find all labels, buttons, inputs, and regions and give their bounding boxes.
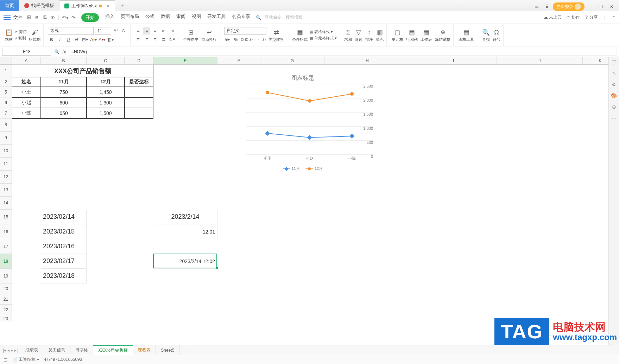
conditional-format-button[interactable]: ▦条件格式 (291, 28, 308, 42)
row-header-2[interactable]: 2 (0, 77, 12, 87)
add-sheet-button[interactable]: ＋ (179, 347, 191, 353)
sum-button[interactable]: Σ求和 (343, 28, 353, 42)
cloud-button[interactable]: ☁ 未上云 (544, 14, 562, 20)
login-button[interactable]: 立即登录 (553, 2, 585, 11)
redo-icon[interactable]: ↷ (71, 15, 76, 20)
row-header-7[interactable]: 7 (0, 108, 12, 119)
number-format-select[interactable]: 自定义 (224, 27, 266, 35)
row-header-14[interactable]: 14 (0, 197, 12, 210)
row-header-17[interactable]: 17 (0, 239, 12, 254)
col-header-A[interactable]: A (12, 57, 41, 64)
side-select-icon[interactable]: ⬚ (612, 59, 616, 65)
cell-C6[interactable]: 1,300 (87, 97, 125, 108)
cell-B5[interactable]: 750 (41, 87, 87, 97)
underline-icon[interactable]: U (65, 36, 72, 43)
row-header-20[interactable]: 20 (0, 283, 12, 294)
paste-button[interactable]: 📋粘贴 (4, 28, 13, 42)
col-header-E[interactable]: E (153, 57, 217, 64)
row-header-18[interactable]: 18 (0, 254, 12, 269)
font-color-icon[interactable]: A▾ (99, 36, 106, 43)
cell-B2[interactable]: 11月 (41, 77, 87, 87)
row-header-12[interactable]: 12 (0, 171, 12, 184)
font-grow-icon[interactable]: A⁺ (113, 27, 120, 34)
tab-start[interactable]: 开始 (81, 13, 99, 22)
row-header-15[interactable]: 15 (0, 210, 12, 224)
sheet-tab-1[interactable]: 员工信息 (43, 345, 70, 355)
cell-A1[interactable]: XXX公司产品销售额 (12, 65, 153, 77)
col-header-B[interactable]: B (41, 57, 87, 64)
percent-icon[interactable]: % (233, 36, 240, 43)
cell-D6[interactable] (125, 97, 153, 108)
cell-C2[interactable]: 12月 (87, 77, 125, 87)
sort-button[interactable]: ↕排序 (365, 28, 374, 42)
col-header-G[interactable]: G (260, 57, 324, 64)
sheet-tab-3[interactable]: XXX公司销售额 (93, 345, 133, 355)
dec-inc-icon[interactable]: .0→ (250, 36, 257, 43)
row-header-16[interactable]: 16 (0, 224, 12, 239)
rowcol-button[interactable]: ▤行和列 (405, 28, 418, 42)
row-header-6[interactable]: 6 (0, 97, 12, 108)
embedded-chart[interactable]: 图表标题 05001,0001,5002,0002,500 小王小赵小陈 11月… (222, 72, 384, 174)
sheet-tab-0[interactable]: 成绩表 (20, 345, 43, 355)
side-style-icon[interactable]: 🎨 (611, 93, 617, 98)
freeze-button[interactable]: ❄冻结窗格 (434, 28, 451, 42)
align-bottom-icon[interactable]: ≡ (152, 27, 159, 34)
save-as-icon[interactable]: 🗎 (34, 15, 39, 20)
worksheet-button[interactable]: ▦工作表 (420, 28, 433, 42)
cell-style-button[interactable]: ▦ 单元格样式▾ (310, 36, 337, 41)
select-all-corner[interactable] (0, 57, 12, 65)
workbook-tab[interactable]: 工作簿3.xlsx ✕ (59, 0, 115, 11)
merge-center-button[interactable]: ⊞合并居中 (182, 28, 199, 42)
align-left-icon[interactable]: ≡ (135, 36, 142, 43)
align-right-icon[interactable]: ≡ (152, 36, 159, 43)
tab-view[interactable]: 视图 (192, 13, 201, 22)
templates-tab[interactable]: 找稻壳模板 (19, 0, 59, 11)
hamburger-menu-icon[interactable] (4, 14, 11, 21)
row-header-23[interactable]: 23 (0, 315, 12, 322)
cut-button[interactable]: ✂ 剪切 (15, 29, 27, 34)
status-calc[interactable]: 📄 工资结算 ▾ (12, 357, 39, 363)
filter-button[interactable]: ▽筛选 (354, 28, 363, 42)
tab-layout[interactable]: 页面布局 (121, 13, 139, 22)
cell-B19[interactable]: 2023/02/18 (41, 269, 87, 283)
wrap-text-button[interactable]: ↩自动换行 (201, 28, 217, 42)
col-header-K[interactable]: K (583, 57, 608, 64)
cell-D2[interactable]: 是否达标 (125, 77, 153, 87)
print-preview-icon[interactable]: 👁 (50, 15, 55, 20)
type-convert-button[interactable]: ⇄类型转换 (268, 28, 285, 42)
font-shrink-icon[interactable]: A⁻ (121, 27, 128, 34)
minimize-icon[interactable]: — (586, 3, 595, 10)
layout-mode-icon[interactable]: ▭ (532, 3, 541, 10)
side-cursor-icon[interactable]: ↖ (612, 70, 616, 76)
col-header-F[interactable]: F (217, 57, 260, 64)
cell-E18[interactable]: 2023/2/14 12:02 (153, 254, 217, 269)
apps-icon[interactable]: ⠿ (542, 3, 551, 10)
cell-B6[interactable]: 600 (41, 97, 87, 108)
row-header-22[interactable]: 22 (0, 305, 12, 315)
table-tool-button[interactable]: ▦表格工具 (458, 28, 475, 42)
currency-icon[interactable]: ¥▾ (224, 36, 231, 43)
align-justify-icon[interactable]: ≣ (160, 36, 167, 43)
cell-A5[interactable]: 小王 (12, 87, 41, 97)
sheet-tab-2[interactable]: 田字格 (70, 345, 93, 355)
dec-dec-icon[interactable]: ←.0 (258, 36, 265, 43)
tab-formula[interactable]: 公式 (145, 13, 154, 22)
cell-E15[interactable]: 2023/2/14 (153, 210, 217, 224)
row-header-1[interactable]: 1 (0, 65, 12, 77)
new-tab-button[interactable]: ＋ (115, 0, 131, 11)
share-button[interactable]: ⇪ 分享 (585, 14, 598, 20)
row-header-11[interactable]: 11 (0, 158, 12, 171)
indent-dec-icon[interactable]: ⇤ (160, 27, 167, 34)
font-size-select[interactable]: 11 (95, 27, 111, 35)
align-top-icon[interactable]: ≡ (135, 27, 142, 34)
cell-C7[interactable]: 1,500 (87, 108, 125, 119)
align-middle-icon[interactable]: ≡ (143, 27, 150, 34)
worksheet-grid[interactable]: ABCDEFGHIJK 1256789101112131415161718192… (0, 57, 608, 345)
format-brush-button[interactable]: 🖌格式刷 (28, 28, 41, 42)
comma-icon[interactable]: 000 (241, 36, 248, 43)
row-header-19[interactable]: 19 (0, 269, 12, 283)
side-backup-icon[interactable]: ⊕ (612, 104, 616, 110)
sheet-tab-4[interactable]: 课程表 (133, 345, 156, 355)
col-header-I[interactable]: I (410, 57, 497, 64)
col-header-D[interactable]: D (125, 57, 153, 64)
